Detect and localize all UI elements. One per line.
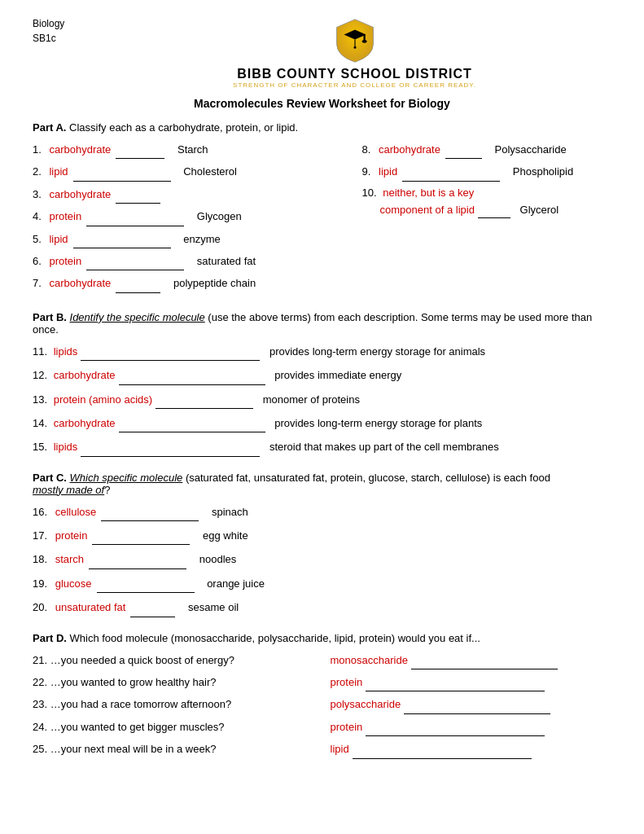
list-item: 20. unsaturated fat sesame oil (33, 598, 611, 617)
list-item: 17. protein egg white (33, 526, 611, 545)
list-item: 4. protein Glycogen (33, 207, 338, 226)
list-item: 15. lipids steroid that makes up part of… (33, 437, 611, 456)
page-title: Macromolecules Review Worksheet for Biol… (33, 97, 611, 110)
list-item: 8. carbohydrate Polysaccharide (362, 140, 611, 159)
list-item: 14. carbohydrate provides long-term ener… (33, 414, 611, 432)
list-item: 11. lipids provides long-term energy sto… (33, 342, 611, 361)
part-d-heading: Part D. Which food molecule (monosacchar… (33, 632, 611, 644)
list-item: 13. protein (amino acids) monomer of pro… (33, 390, 611, 409)
bio-label: Biology SB1c (33, 16, 98, 46)
sb1c-text: SB1c (33, 31, 98, 46)
logo-area: BIBB COUNTY SCHOOL DISTRICT STRENGTH OF … (98, 16, 611, 89)
list-item: lipid (331, 740, 612, 758)
part-a-section: Part A. Classify each as a carbohydrate,… (33, 121, 611, 296)
svg-point-4 (353, 46, 356, 49)
part-d-grid: 21. …you needed a quick boost of energy?… (33, 651, 611, 762)
list-item: 9. lipid Phospholipid (362, 162, 611, 181)
part-b-heading: Part B. Identify the specific molecule (… (33, 311, 611, 336)
list-item: 10. neither, but is a key component of a… (362, 185, 611, 219)
list-item: 18. starch noodles (33, 550, 611, 568)
list-item: 24. …you wanted to get bigger muscles? (33, 718, 314, 736)
list-item: 21. …you needed a quick boost of energy? (33, 651, 314, 669)
list-item: 23. …you had a race tomorrow afternoon? (33, 695, 314, 713)
shield-icon (331, 16, 379, 65)
list-item: 19. glucose orange juice (33, 574, 611, 593)
district-subtitle: STRENGTH OF CHARACTER AND COLLEGE OR CAR… (98, 81, 611, 89)
list-item: 2. lipid Cholesterol (33, 162, 338, 181)
list-item: 25. …your next meal will be in a week? (33, 740, 314, 758)
part-a-heading: Part A. Classify each as a carbohydrate,… (33, 121, 611, 134)
part-d-questions: 21. …you needed a quick boost of energy?… (33, 651, 314, 762)
part-a-left: 1. carbohydrate Starch 2. lipid Choleste… (33, 140, 338, 296)
list-item: 22. …you wanted to grow healthy hair? (33, 673, 314, 691)
district-name: BIBB COUNTY SCHOOL DISTRICT (98, 67, 611, 81)
list-item: monosaccharide (331, 651, 612, 669)
list-item: 1. carbohydrate Starch (33, 140, 338, 159)
header: Biology SB1c BIBB COUNTY SCHOOL DISTRICT… (33, 16, 611, 89)
biology-text: Biology (33, 16, 98, 31)
list-item: 5. lipid enzyme (33, 230, 338, 248)
list-item: 7. carbohydrate polypeptide chain (33, 274, 338, 292)
part-a-right: 8. carbohydrate Polysaccharide 9. lipid … (362, 140, 611, 296)
svg-point-2 (361, 40, 366, 43)
part-b-section: Part B. Identify the specific molecule (… (33, 311, 611, 457)
part-a-content: 1. carbohydrate Starch 2. lipid Choleste… (33, 140, 611, 296)
part-d-section: Part D. Which food molecule (monosacchar… (33, 632, 611, 762)
part-c-section: Part C. Which specific molecule (saturat… (33, 472, 611, 617)
list-item: protein (331, 718, 612, 736)
list-item: polysaccharide (331, 695, 612, 713)
list-item: protein (331, 673, 612, 691)
list-item: 12. carbohydrate provides immediate ener… (33, 366, 611, 384)
list-item: 3. carbohydrate (33, 185, 338, 204)
part-d-answers: monosaccharide protein polysaccharide pr… (331, 651, 612, 762)
list-item: 16. cellulose spinach (33, 503, 611, 521)
list-item: 6. protein saturated fat (33, 252, 338, 270)
part-c-heading: Part C. Which specific molecule (saturat… (33, 472, 611, 496)
